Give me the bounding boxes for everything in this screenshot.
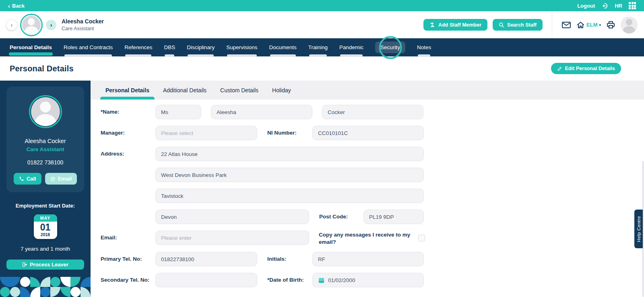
add-staff-member-button[interactable]: Add Staff Member bbox=[423, 19, 487, 31]
name-label: *Name: bbox=[101, 105, 120, 119]
dob-field[interactable]: 01/02/2000 bbox=[312, 273, 424, 287]
first-name-field[interactable]: Aleesha bbox=[211, 105, 312, 119]
back-button[interactable]: ‹ Back bbox=[8, 3, 25, 9]
print-icon[interactable] bbox=[606, 21, 615, 29]
nav-item-documents[interactable]: Documents bbox=[269, 44, 297, 50]
next-staff-button[interactable]: › bbox=[46, 20, 56, 30]
primary-tel-row: Primary Tel. No: 01822738100 Initials: R… bbox=[91, 252, 644, 266]
address-line1-field[interactable]: 22 Atlas House bbox=[155, 147, 424, 161]
title-value: Ms bbox=[161, 109, 168, 115]
sidebar-staff-name: Aleesha Cocker bbox=[10, 138, 80, 144]
start-date-calendar: MAY 01 2018 bbox=[34, 214, 57, 239]
title-field[interactable]: Ms bbox=[155, 105, 201, 119]
address-line4-value: Devon bbox=[161, 214, 177, 220]
next-chevron-icon: › bbox=[50, 22, 52, 28]
copy-messages-checkbox[interactable] bbox=[418, 235, 425, 241]
nav-item-security[interactable]: Security bbox=[375, 42, 405, 53]
process-leaver-button[interactable]: Process Leaver bbox=[6, 260, 84, 270]
call-button[interactable]: Call bbox=[14, 173, 41, 185]
primary-tel-value: 01822738100 bbox=[161, 256, 194, 262]
staff-sidebar: Aleesha Cocker Care Assistant 01822 7381… bbox=[0, 81, 91, 297]
staff-identity: Aleesha Cocker Care Assistant bbox=[62, 18, 104, 31]
page-title-bar: Personal Details Edit Personal Details bbox=[0, 56, 644, 81]
staff-summary-card: Aleesha Cocker Care Assistant 01822 7381… bbox=[6, 87, 84, 192]
tab-additional-details[interactable]: Additional Details bbox=[163, 81, 206, 100]
workspace-selector[interactable]: ELM ▾ bbox=[576, 21, 601, 29]
nav-item-security-label: Security bbox=[380, 44, 400, 50]
screen: ‹ Back Logout HR ‹ › Aleesha Cocker Care… bbox=[0, 0, 644, 297]
tab-personal-details[interactable]: Personal Details bbox=[105, 81, 149, 100]
last-name-field[interactable]: Cocker bbox=[322, 105, 423, 119]
nav-item-disciplinary[interactable]: Disciplinary bbox=[187, 44, 215, 50]
primary-tel-label: Primary Tel. No: bbox=[101, 252, 142, 266]
hr-label[interactable]: HR bbox=[615, 3, 622, 9]
staff-avatar-ring bbox=[20, 14, 43, 36]
employment-start-date-label: Employment Start Date: bbox=[0, 203, 91, 209]
nav-item-references[interactable]: References bbox=[124, 44, 152, 50]
at-sign-icon: @ bbox=[50, 176, 56, 182]
pencil-icon bbox=[557, 66, 562, 71]
messages-envelope-icon[interactable] bbox=[561, 21, 571, 29]
sidebar-avatar-ring bbox=[29, 95, 62, 128]
email-placeholder: Please enter bbox=[161, 235, 192, 241]
tab-custom-details[interactable]: Custom Details bbox=[220, 81, 258, 100]
calendar-month: MAY bbox=[34, 214, 57, 222]
address-row-3: Tavistock bbox=[91, 189, 644, 203]
secondary-tel-label: Secondary Tel. No: bbox=[101, 273, 149, 287]
postcode-field[interactable]: PL19 9DP bbox=[363, 210, 424, 224]
personal-details-form: *Name: Ms Aleesha Cocker Manager: Please… bbox=[91, 100, 644, 297]
help-centre-tab[interactable]: Help Centre bbox=[634, 210, 643, 248]
email-label: Email bbox=[58, 176, 72, 182]
manager-row: Manager: Please select NI Number: CC0101… bbox=[91, 126, 644, 140]
address-label: Address: bbox=[101, 147, 124, 161]
calendar-year: 2018 bbox=[34, 232, 57, 239]
logout-link[interactable]: Logout bbox=[577, 3, 595, 9]
apps-grid-icon[interactable] bbox=[629, 2, 636, 9]
nav-item-training[interactable]: Training bbox=[308, 44, 328, 50]
ni-number-label: NI Number: bbox=[267, 126, 297, 140]
current-user-avatar[interactable] bbox=[621, 17, 638, 33]
edit-personal-details-button[interactable]: Edit Personal Details bbox=[551, 63, 621, 74]
email-field[interactable]: Please enter bbox=[155, 231, 309, 245]
nav-item-personal-details[interactable]: Personal Details bbox=[10, 44, 52, 50]
tab-holiday[interactable]: Holiday bbox=[272, 81, 291, 100]
email-button[interactable]: @ Email bbox=[45, 173, 77, 185]
nav-item-supervisions[interactable]: Supervisions bbox=[226, 44, 257, 50]
ni-number-field[interactable]: CC010101C bbox=[312, 126, 424, 140]
initials-field[interactable]: RF bbox=[312, 252, 424, 266]
address-line3-field[interactable]: Tavistock bbox=[155, 189, 424, 203]
call-label: Call bbox=[27, 176, 36, 182]
search-staff-label: Search Staff bbox=[507, 22, 537, 28]
phone-icon bbox=[19, 176, 24, 181]
primary-tel-field[interactable]: 01822738100 bbox=[155, 252, 257, 266]
tenure-text: 7 years and 1 month bbox=[0, 246, 91, 252]
address-line1-value: 22 Atlas House bbox=[161, 151, 198, 157]
detail-tabs: Personal Details Additional Details Cust… bbox=[91, 81, 644, 100]
sidebar-contact-buttons: Call @ Email bbox=[10, 173, 80, 185]
previous-staff-button[interactable]: ‹ bbox=[6, 20, 17, 30]
sidebar-staff-role: Care Assistant bbox=[10, 146, 80, 152]
logout-icon[interactable] bbox=[601, 2, 608, 9]
header-actions: Add Staff Member Search Staff ELM ▾ bbox=[423, 12, 638, 38]
manager-field[interactable]: Please select bbox=[155, 126, 257, 140]
address-line2-field[interactable]: West Devon Business Park bbox=[155, 168, 424, 182]
top-bar-right: Logout HR bbox=[577, 2, 636, 9]
dob-value: 01/02/2000 bbox=[328, 277, 355, 283]
calendar-icon bbox=[318, 277, 325, 284]
secondary-tel-row: Secondary Tel. No: *Date of Birth: 01/02… bbox=[91, 273, 644, 287]
nav-item-roles-and-contracts[interactable]: Roles and Contracts bbox=[64, 44, 113, 50]
back-chevron-icon: ‹ bbox=[8, 3, 10, 9]
caret-down-icon: ▾ bbox=[599, 23, 601, 27]
staff-avatar bbox=[22, 16, 41, 34]
nav-item-pandemic[interactable]: Pandemic bbox=[339, 44, 363, 50]
sidebar-staff-phone: 01822 738100 bbox=[10, 159, 80, 166]
secondary-tel-field[interactable] bbox=[155, 273, 257, 287]
nav-item-dbs[interactable]: DBS bbox=[164, 44, 175, 50]
back-label: Back bbox=[12, 3, 25, 9]
address-line4-field[interactable]: Devon bbox=[155, 210, 309, 224]
nav-item-notes[interactable]: Notes bbox=[417, 44, 431, 50]
search-staff-button[interactable]: Search Staff bbox=[493, 19, 543, 31]
dob-label: *Date of Birth: bbox=[267, 273, 304, 287]
person-plus-icon bbox=[429, 22, 436, 28]
header-divider bbox=[552, 12, 552, 38]
